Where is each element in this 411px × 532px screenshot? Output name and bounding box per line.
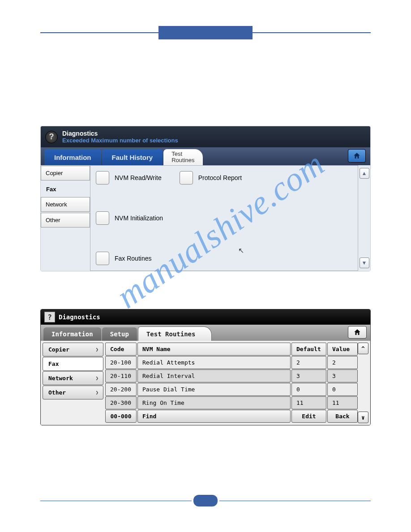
help-icon[interactable]: ? — [44, 312, 55, 322]
option-nvm-initialization[interactable]: NVM Initialization — [96, 211, 163, 225]
screenshot-test-routines-fax: ? Diagnostics Exceeded Maximum number of… — [40, 126, 371, 271]
header-nvm-name: NVM Name — [137, 343, 291, 356]
tab-information[interactable]: Information — [43, 327, 101, 341]
checkbox-icon — [96, 211, 109, 225]
checkbox-icon — [180, 171, 193, 184]
scroll-up-button[interactable]: ^ — [358, 343, 368, 354]
table-header-row: Code NVM Name Default Value — [105, 343, 358, 356]
diagnostics-title: Diagnostics — [59, 313, 100, 321]
chevron-right-icon: ❯ — [95, 347, 98, 352]
header-rule — [40, 26, 371, 39]
back-button[interactable]: Back — [327, 410, 358, 423]
page-footer — [40, 494, 371, 507]
sidebar-item-other[interactable]: Other — [41, 213, 90, 227]
sidebar-item-other[interactable]: Other❯ — [43, 386, 103, 399]
option-protocol-report[interactable]: Protocol Report — [180, 171, 242, 184]
checkbox-icon — [96, 252, 109, 265]
tab-information[interactable]: Information — [44, 149, 101, 165]
chevron-right-icon: ❯ — [95, 390, 98, 395]
table-row[interactable]: 20-200 Pause Dial Time 0 0 — [105, 383, 358, 396]
tab-fault-history[interactable]: Fault History — [102, 149, 163, 165]
sidebar-item-copier[interactable]: Copier❯ — [43, 343, 103, 356]
chevron-right-icon: ❯ — [95, 375, 98, 381]
option-nvm-read-write[interactable]: NVM Read/Write — [96, 171, 162, 184]
code-input[interactable]: 00-000 — [105, 410, 137, 423]
diagnostics-title: Diagnostics — [62, 130, 178, 137]
scroll-down-button[interactable]: ∨ — [358, 412, 368, 423]
find-button[interactable]: Find — [137, 410, 291, 423]
home-button[interactable] — [348, 326, 367, 339]
home-icon — [353, 328, 361, 336]
sidebar-item-copier[interactable]: Copier — [41, 166, 90, 180]
table-row[interactable]: 20-300 Ring On Time 11 11 — [105, 396, 358, 409]
sidebar-item-network[interactable]: Network❯ — [43, 371, 103, 385]
checkbox-icon — [96, 171, 109, 184]
home-button[interactable] — [348, 149, 366, 163]
sidebar-item-fax[interactable]: Fax — [43, 357, 103, 371]
scroll-up-button[interactable]: ▲ — [360, 168, 369, 179]
table-row[interactable]: 20-100 Redial Attempts 2 2 — [105, 356, 358, 369]
screenshot-nvm-table: ? Diagnostics Information Setup Test Rou… — [40, 309, 371, 425]
header-default: Default — [291, 343, 326, 356]
home-icon — [353, 152, 361, 160]
header-value: Value — [327, 343, 358, 356]
sidebar-item-fax[interactable]: Fax — [41, 181, 90, 197]
scroll-down-button[interactable]: ▼ — [360, 257, 369, 268]
table-footer-row: 00-000 Find Edit Back — [105, 410, 358, 423]
tab-test-routines[interactable]: Test Routines — [138, 326, 212, 341]
edit-button[interactable]: Edit — [291, 410, 326, 423]
header-code: Code — [105, 343, 137, 356]
tab-setup[interactable]: Setup — [102, 327, 137, 341]
sidebar-item-network[interactable]: Network — [41, 197, 90, 212]
option-fax-routines[interactable]: Fax Routines — [96, 252, 151, 265]
table-row[interactable]: 20-110 Redial Interval 3 3 — [105, 369, 358, 382]
cursor-icon: ↖ — [238, 246, 244, 255]
help-icon[interactable]: ? — [45, 131, 58, 143]
tab-test-routines[interactable]: Test Routines — [163, 149, 202, 165]
diagnostics-subtitle: Exceeded Maximum number of selections — [62, 137, 178, 144]
